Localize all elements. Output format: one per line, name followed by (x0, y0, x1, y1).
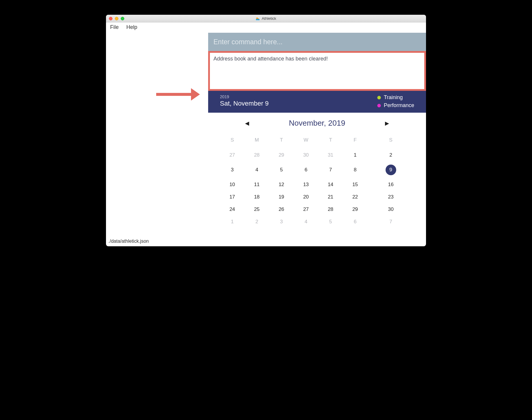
legend-training-label: Training (384, 94, 403, 101)
result-message: Address book and attendance has been cle… (213, 56, 328, 62)
calendar-cell[interactable]: 4 (294, 216, 318, 228)
command-input[interactable] (213, 38, 421, 46)
calendar-cell[interactable]: 3 (269, 216, 294, 228)
calendar-cell[interactable]: 22 (343, 191, 367, 203)
calendar-cell[interactable]: 2 (244, 216, 269, 228)
calendar-cell[interactable]: 28 (244, 149, 269, 161)
calendar-day-header: M (244, 134, 269, 149)
calendar-cell[interactable]: 15 (343, 178, 367, 191)
calendar-title: November, 2019 (282, 119, 353, 128)
calendar-cell[interactable]: 6 (294, 161, 318, 178)
menubar: File Help (106, 22, 426, 33)
calendar-cell[interactable]: 27 (294, 203, 318, 216)
status-bar: ./data/athletick.json (106, 237, 426, 246)
calendar-cell[interactable]: 19 (269, 191, 294, 203)
left-gutter (106, 33, 208, 237)
legend-training: Training (377, 94, 414, 101)
titlebar: 🏊 Athletick (106, 15, 426, 22)
calendar-cell[interactable]: 25 (244, 203, 269, 216)
calendar-cell[interactable]: 20 (294, 191, 318, 203)
status-path: ./data/athletick.json (108, 239, 149, 244)
calendar-cell[interactable]: 6 (343, 216, 367, 228)
calendar-cell[interactable]: 3 (220, 161, 244, 178)
calendar-cell[interactable]: 30 (368, 203, 414, 216)
calendar-area: ◀ November, 2019 ▶ SMTWTFS 2728293031123… (208, 113, 426, 237)
window-title: Athletick (262, 16, 276, 21)
calendar-selected-day[interactable]: 9 (386, 165, 396, 175)
main-panel: Address book and attendance has been cle… (208, 33, 426, 237)
swimmer-icon: 🏊 (256, 17, 260, 20)
calendar-cell[interactable]: 8 (343, 161, 367, 178)
calendar-cell[interactable]: 7 (368, 216, 414, 228)
command-bar (208, 33, 426, 51)
calendar-cell[interactable]: 17 (220, 191, 244, 203)
result-panel: Address book and attendance has been cle… (208, 51, 426, 91)
calendar-day-header: W (294, 134, 318, 149)
calendar-cell[interactable]: 29 (343, 203, 367, 216)
calendar-cell[interactable]: 13 (294, 178, 318, 191)
calendar-nav: ◀ November, 2019 ▶ (220, 119, 414, 128)
calendar-cell[interactable]: 21 (318, 191, 343, 203)
calendar-day-header: T (269, 134, 294, 149)
calendar-cell[interactable]: 9 (368, 161, 414, 178)
calendar-cell[interactable]: 4 (244, 161, 269, 178)
header-year: 2019 (220, 94, 269, 99)
legend: Training Performance (377, 94, 414, 109)
calendar-cell[interactable]: 2 (368, 149, 414, 161)
calendar-cell[interactable]: 18 (244, 191, 269, 203)
calendar-cell[interactable]: 14 (318, 178, 343, 191)
calendar-cell[interactable]: 5 (269, 161, 294, 178)
calendar-day-header: S (368, 134, 414, 149)
date-left: 2019 Sat, November 9 (220, 94, 269, 109)
legend-performance: Performance (377, 102, 414, 109)
calendar-grid: SMTWTFS 27282930311234567891011121314151… (220, 134, 414, 228)
calendar-cell[interactable]: 10 (220, 178, 244, 191)
date-header: 2019 Sat, November 9 Training Performanc… (208, 91, 426, 113)
next-month-button[interactable]: ▶ (385, 120, 389, 127)
title-center: 🏊 Athletick (106, 16, 426, 21)
calendar-cell[interactable]: 27 (220, 149, 244, 161)
calendar-cell[interactable]: 1 (220, 216, 244, 228)
body-row: Address book and attendance has been cle… (106, 33, 426, 237)
calendar-cell[interactable]: 7 (318, 161, 343, 178)
calendar-cell[interactable]: 30 (294, 149, 318, 161)
training-dot-icon (377, 96, 381, 99)
calendar-cell[interactable]: 24 (220, 203, 244, 216)
annotation-arrow (156, 88, 206, 100)
menu-file[interactable]: File (110, 24, 119, 30)
calendar-cell[interactable]: 28 (318, 203, 343, 216)
calendar-cell[interactable]: 31 (318, 149, 343, 161)
calendar-cell[interactable]: 12 (269, 178, 294, 191)
calendar-day-header: F (343, 134, 367, 149)
calendar-cell[interactable]: 26 (269, 203, 294, 216)
header-date: Sat, November 9 (220, 100, 269, 107)
calendar-cell[interactable]: 1 (343, 149, 367, 161)
calendar-day-header: T (318, 134, 343, 149)
app-window: 🏊 Athletick File Help Address book and a… (106, 15, 426, 246)
calendar-cell[interactable]: 11 (244, 178, 269, 191)
calendar-cell[interactable]: 5 (318, 216, 343, 228)
legend-performance-label: Performance (384, 102, 414, 109)
prev-month-button[interactable]: ◀ (245, 120, 249, 127)
calendar-cell[interactable]: 29 (269, 149, 294, 161)
menu-help[interactable]: Help (126, 24, 137, 30)
performance-dot-icon (377, 104, 381, 107)
calendar-day-header: S (220, 134, 244, 149)
calendar-cell[interactable]: 16 (368, 178, 414, 191)
calendar-cell[interactable]: 23 (368, 191, 414, 203)
